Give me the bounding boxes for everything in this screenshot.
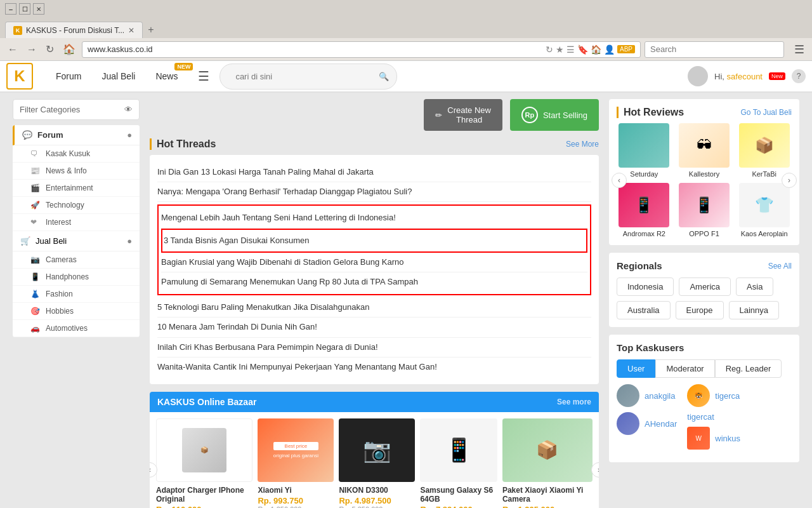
regional-australia[interactable]: Australia <box>617 301 671 319</box>
hamburger-menu[interactable]: ☰ <box>193 64 214 89</box>
review-item-seturday[interactable]: Seturday <box>617 123 672 178</box>
browser-search-bar[interactable] <box>645 41 784 58</box>
sidebar-interest[interactable]: ❤ Interest <box>13 214 140 231</box>
sidebar-news-info[interactable]: 📰 News & Info <box>13 163 140 180</box>
browser-search-input[interactable] <box>650 44 778 54</box>
hot-reviews-go-to[interactable]: Go To Jual Beli <box>741 108 792 117</box>
review-item-oppo[interactable]: 📱 OPPO F1 <box>677 183 732 237</box>
news-label: News & Info <box>46 166 87 175</box>
thread-item[interactable]: Bagian Krusial yang Wajib Dibenahi di St… <box>161 253 587 272</box>
winkus-name[interactable]: winkus <box>715 434 740 443</box>
bookmark-icon[interactable]: 🔖 <box>577 44 588 55</box>
site-search-bar[interactable]: 🔍 <box>219 64 397 90</box>
nav-jual-beli[interactable]: Jual Beli <box>91 60 145 92</box>
help-button[interactable]: ? <box>792 69 806 83</box>
refresh-icon[interactable]: ↻ <box>546 44 553 55</box>
bazaar-header: KASKUS Online Bazaar See more <box>150 392 599 412</box>
site-search-icon[interactable]: 🔍 <box>379 72 389 81</box>
forward-button[interactable]: → <box>24 43 39 57</box>
left-sidebar: Filter Categories 👁 💬 Forum ● 🗨 Kasak Ku… <box>13 99 140 508</box>
tigercat-name[interactable]: tigercat <box>687 412 714 422</box>
start-selling-button[interactable]: Rp Start Selling <box>510 99 599 131</box>
thread-item[interactable]: Mengenal Lebih Jauh Tentang Seni Hand Le… <box>161 208 587 228</box>
sidebar-cameras[interactable]: 📷 Cameras <box>13 251 140 269</box>
maximize-button[interactable]: ☐ <box>19 3 30 15</box>
create-thread-button[interactable]: ✏ Create NewThread <box>424 99 502 131</box>
sidebar-kasak-kusuk[interactable]: 🗨 Kasak Kusuk <box>13 145 140 163</box>
winkus-avatar: W <box>687 427 710 450</box>
thread-item[interactable]: Inilah Ciri Khas Berbusana Para Pemimpin… <box>157 338 591 358</box>
reload-button[interactable]: ↻ <box>43 42 56 57</box>
thread-item[interactable]: 5 Teknologi Baru Paling Menakutkan Jika … <box>157 298 591 318</box>
thread-item[interactable]: Nanya: Mengapa 'Orang Berhasil' Terhadap… <box>157 182 591 202</box>
ahendar-name[interactable]: AHendar <box>645 419 677 429</box>
close-button[interactable]: ✕ <box>33 3 44 15</box>
bazaar-item-nikon[interactable]: 📷 NIKON D3300 Rp. 4.987.500 Rp. 5.250.00… <box>339 418 415 508</box>
review-item-kertabi[interactable]: 📦 KerTaBi <box>737 123 792 178</box>
thread-item[interactable]: Wanita-Wanita Cantik Ini Mempunyai Peker… <box>157 358 591 377</box>
reviews-prev-button[interactable]: ‹ <box>612 173 627 188</box>
regional-asia[interactable]: Asia <box>736 277 773 296</box>
home-button[interactable]: 🏠 <box>60 42 78 57</box>
sidebar-technology[interactable]: 🚀 Technology <box>13 197 140 214</box>
active-tab[interactable]: K KASKUS - Forum Diskusi T... ✕ <box>5 22 143 38</box>
sidebar-automotives[interactable]: 🚗 Automotives <box>13 320 140 337</box>
username[interactable]: safecount <box>727 72 763 81</box>
address-bar[interactable]: ↻ ★ ☰ 🔖 🏠 👤 ABP <box>82 41 641 58</box>
sidebar-fashion[interactable]: 👗 Fashion <box>13 286 140 303</box>
sidebar-item-forum[interactable]: 💬 Forum ● <box>13 125 140 145</box>
bazaar-see-more[interactable]: See more <box>557 398 591 406</box>
review-item-kallestory[interactable]: 🕶 Kallestory <box>677 123 732 178</box>
thread-item[interactable]: 10 Menara Jam Terindah Di Dunia Nih Gan! <box>157 318 591 337</box>
review-item-andromax[interactable]: 📱 Andromax R2 <box>617 183 672 237</box>
reader-icon[interactable]: ☰ <box>566 44 575 55</box>
anakgila-name[interactable]: anakgila <box>645 391 675 401</box>
regional-indonesia[interactable]: Indonesia <box>617 277 674 296</box>
bazaar-item-charger[interactable]: 📦 Adaptor Charger IPhone Original Rp. 11… <box>156 418 252 508</box>
review-item-kaos[interactable]: 👕 Kaos Aeroplain <box>737 183 792 237</box>
new-tab-button[interactable]: + <box>143 22 159 38</box>
reviews-next-button[interactable]: › <box>782 173 797 188</box>
review-kallestory-name: Kallestory <box>677 170 732 178</box>
user-icon[interactable]: 👤 <box>604 44 615 55</box>
tab-user[interactable]: User <box>617 359 655 378</box>
thread-item[interactable]: Pamulung di Semarang Menemukan Uang Rp 8… <box>161 272 587 291</box>
sidebar-item-jual-beli[interactable]: 🛒 Jual Beli ● <box>13 231 140 251</box>
tab-reg-leader[interactable]: Reg. Leader <box>715 359 782 378</box>
bazaar-item-paket[interactable]: 📦 Paket Xiaoyi Xiaomi Yi Camera Rp. 1.39… <box>502 418 593 508</box>
browser-menu-button[interactable]: ☰ <box>792 41 807 58</box>
star-icon[interactable]: ★ <box>556 44 564 55</box>
address-input[interactable] <box>88 44 546 54</box>
site-search-input[interactable] <box>228 68 379 85</box>
user-avatar[interactable] <box>688 66 708 86</box>
hot-threads-see-more[interactable]: See More <box>566 140 599 149</box>
tab-close-button[interactable]: ✕ <box>128 26 134 35</box>
tk-user-winkus: W winkus <box>687 427 740 450</box>
bazaar-item-xiaomi[interactable]: Best price original plus garansi Xiaomi … <box>258 418 334 508</box>
jual-beli-arrow-icon: ● <box>127 236 132 246</box>
tigerca-name[interactable]: tigerca <box>715 391 740 401</box>
sidebar-handphones[interactable]: 📱 Handphones <box>13 269 140 286</box>
abp-icon[interactable]: ABP <box>617 45 635 53</box>
regionals-see-all[interactable]: See All <box>768 262 792 271</box>
kasak-label: Kasak Kusuk <box>46 149 90 158</box>
bazaar-item-samsung[interactable]: 📱 Samsung Galaxy S6 64GB Rp. 7.824.000 R… <box>420 418 497 508</box>
regional-europe[interactable]: Europe <box>676 301 724 319</box>
filter-categories[interactable]: Filter Categories 👁 <box>13 99 140 120</box>
filter-label: Filter Categories <box>20 105 80 114</box>
bazaar-item-nikon-name: NIKON D3300 <box>339 486 415 495</box>
thread-item-highlighted[interactable]: 3 Tanda Bisnis Agan Disukai Konsumen <box>164 231 585 250</box>
thread-item[interactable]: Ini Dia Gan 13 Lokasi Harga Tanah Paling… <box>157 163 591 182</box>
home-addr-icon[interactable]: 🏠 <box>591 44 601 55</box>
tab-moderator[interactable]: Moderator <box>655 359 714 378</box>
back-button[interactable]: ← <box>5 43 20 57</box>
sidebar-hobbies[interactable]: 🎯 Hobbies <box>13 303 140 320</box>
nav-forum[interactable]: Forum <box>46 60 91 92</box>
minimize-button[interactable]: – <box>5 3 16 15</box>
regional-lainnya[interactable]: Lainnya <box>729 301 780 319</box>
tigerca-avatar: 🐯 <box>687 384 710 407</box>
sidebar-entertainment[interactable]: 🎬 Entertainment <box>13 180 140 197</box>
kaskus-logo[interactable]: K <box>6 63 33 90</box>
window-controls[interactable]: – ☐ ✕ <box>5 3 44 15</box>
regional-america[interactable]: America <box>679 277 731 296</box>
